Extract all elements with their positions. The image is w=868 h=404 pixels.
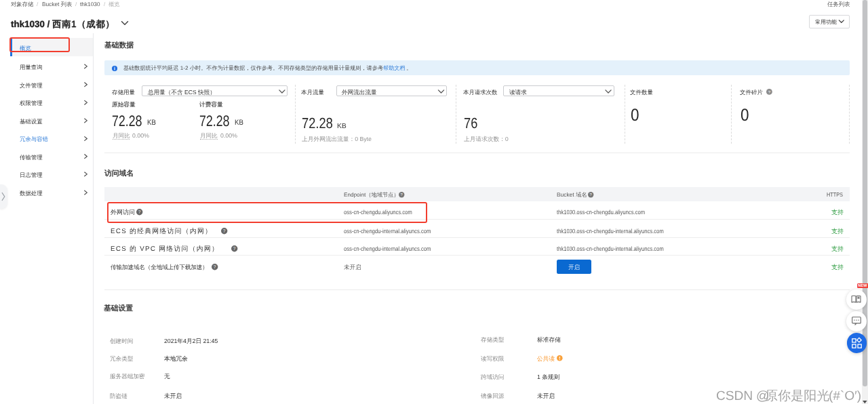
svg-text:?: ? — [214, 264, 216, 269]
svg-text:?: ? — [233, 246, 236, 251]
svg-text:?: ? — [223, 228, 226, 233]
svg-text:?: ? — [768, 89, 771, 94]
